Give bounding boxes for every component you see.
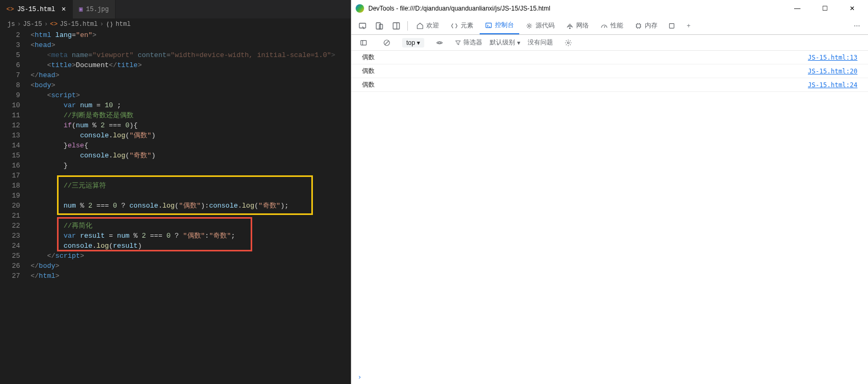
svg-point-15 (567, 42, 569, 44)
level-select[interactable]: 默认级别▾ (490, 38, 520, 47)
sidebar-icon[interactable] (356, 36, 371, 50)
html-icon: <> (6, 6, 14, 13)
minimize-button[interactable]: — (786, 1, 809, 16)
svg-rect-2 (379, 24, 383, 29)
close-button[interactable]: ✕ (841, 1, 864, 16)
tab-network[interactable]: 网络 (561, 17, 594, 34)
code-content[interactable]: <html lang="en"><head> <meta name="viewp… (31, 30, 351, 384)
html-icon: <> (50, 21, 58, 28)
image-icon: ▣ (79, 5, 83, 13)
tab-sources[interactable]: 源代码 (520, 17, 560, 34)
line-gutter: 2356789101112131415161718192021222324252… (0, 30, 31, 384)
svg-point-7 (569, 27, 570, 29)
console-row: 偶数JS-15.html:13 (351, 51, 868, 64)
console-output: 偶数JS-15.html:13偶数JS-15.html:20偶数JS-15.ht… (351, 51, 868, 370)
inspect-icon[interactable] (355, 19, 370, 33)
tab-label: 15.jpg (86, 6, 109, 13)
code-icon: ⟨⟩ (106, 21, 113, 29)
editor-tab-active[interactable]: <> JS-15.html × (0, 0, 73, 18)
devtools-titlebar: DevTools - file:///D:/qianduan/quanduanl… (351, 0, 868, 17)
svg-rect-1 (376, 23, 380, 29)
code-area[interactable]: 2356789101112131415161718192021222324252… (0, 30, 351, 384)
tab-label: JS-15.html (17, 6, 55, 13)
close-icon[interactable]: × (61, 5, 65, 14)
add-tab-icon[interactable]: ＋ (681, 19, 697, 33)
console-message: 偶数 (362, 53, 808, 62)
tab-welcome[interactable]: 欢迎 (411, 17, 444, 34)
console-message: 偶数 (362, 67, 808, 76)
console-row: 偶数JS-15.html:20 (351, 64, 868, 78)
eye-icon[interactable] (432, 36, 447, 50)
edge-logo-icon (356, 4, 364, 13)
issues-label: 没有问题 (528, 38, 553, 47)
console-row: 偶数JS-15.html:24 (351, 78, 868, 92)
devtools-tabs: 欢迎 元素 控制台 源代码 网络 性能 内存 ＋ ⋯ (351, 17, 868, 35)
tab-console[interactable]: 控制台 (480, 17, 519, 34)
tab-memory[interactable]: 内存 (629, 17, 663, 34)
console-message: 偶数 (362, 80, 808, 89)
more-tabs-icon[interactable] (664, 19, 680, 33)
tab-performance[interactable]: 性能 (595, 17, 628, 34)
editor-tabs: <> JS-15.html × ▣ 15.jpg (0, 0, 351, 18)
svg-point-14 (438, 42, 441, 44)
svg-rect-3 (393, 23, 399, 29)
context-select[interactable]: top▾ (402, 38, 424, 48)
svg-rect-10 (361, 40, 367, 45)
editor-tab[interactable]: ▣ 15.jpg (73, 0, 116, 18)
dock-icon[interactable] (388, 19, 404, 33)
tab-elements[interactable]: 元素 (445, 17, 479, 34)
device-icon[interactable] (371, 19, 387, 33)
svg-point-6 (528, 25, 530, 27)
breadcrumb[interactable]: js› JS-15› <> JS-15.html› ⟨⟩ html (0, 18, 351, 30)
clear-icon[interactable] (379, 36, 395, 50)
settings-icon[interactable] (560, 36, 576, 50)
window-title: DevTools - file:///D:/qianduan/quanduanl… (368, 5, 781, 12)
console-source-link[interactable]: JS-15.html:24 (808, 81, 857, 89)
svg-rect-5 (486, 23, 492, 27)
svg-rect-9 (670, 23, 674, 28)
maximize-button[interactable]: ☐ (813, 1, 836, 16)
code-editor: <> JS-15.html × ▣ 15.jpg js› JS-15› <> J… (0, 0, 351, 384)
console-prompt[interactable]: › (351, 370, 868, 384)
svg-rect-8 (637, 24, 641, 27)
devtools-window: DevTools - file:///D:/qianduan/quanduanl… (351, 0, 868, 384)
more-menu-icon[interactable]: ⋯ (849, 19, 865, 33)
filter-input[interactable]: 筛选器 (455, 38, 482, 47)
svg-rect-0 (359, 23, 366, 28)
console-source-link[interactable]: JS-15.html:20 (808, 68, 857, 75)
svg-line-13 (385, 41, 389, 44)
console-toolbar: top▾ 筛选器 默认级别▾ 没有问题 (351, 35, 868, 51)
console-source-link[interactable]: JS-15.html:13 (808, 54, 857, 61)
